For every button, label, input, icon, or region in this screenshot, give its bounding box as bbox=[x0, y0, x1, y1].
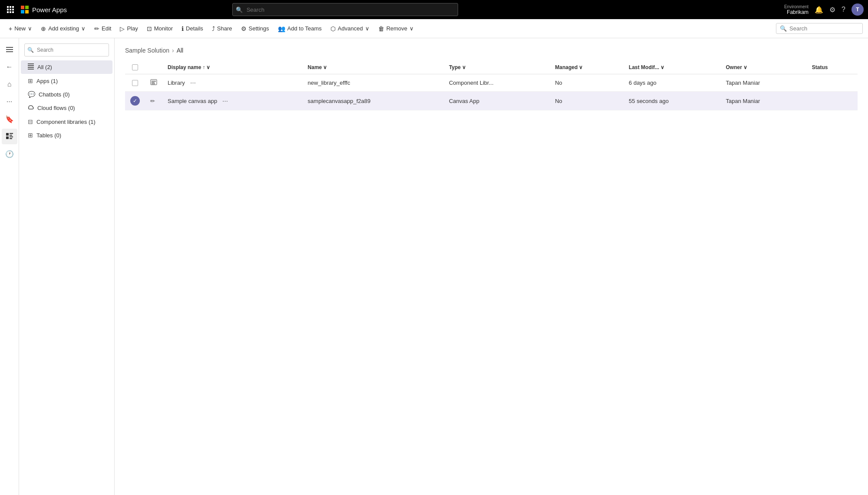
row2-checkbox-cell[interactable]: ✓ bbox=[125, 92, 145, 110]
sidebar-item-component-libraries[interactable]: ⊟ Component libraries (1) bbox=[21, 115, 112, 128]
main-layout: ← ⌂ ··· 🔖 🕐 🔍 bbox=[0, 38, 868, 495]
notification-icon[interactable]: 🔔 bbox=[815, 6, 823, 14]
add-existing-button[interactable]: ⊕ Add existing ∨ bbox=[37, 23, 89, 34]
th-row-icon bbox=[145, 61, 162, 74]
svg-rect-2 bbox=[12, 6, 14, 8]
row2-more-btn[interactable]: ⋯ bbox=[221, 97, 230, 105]
th-display-name[interactable]: Display name ↑ ∨ bbox=[162, 61, 303, 74]
th-name[interactable]: Name ∨ bbox=[303, 61, 444, 74]
play-icon: ▷ bbox=[120, 25, 125, 32]
more-btn[interactable]: ··· bbox=[2, 94, 17, 110]
svg-rect-11 bbox=[6, 51, 13, 52]
row2-selected-icon: ✓ bbox=[130, 96, 140, 106]
row1-checkbox-cell[interactable] bbox=[125, 74, 145, 92]
details-button[interactable]: ℹ Details bbox=[178, 23, 207, 34]
home-btn[interactable]: ⌂ bbox=[2, 76, 17, 92]
managed-label: Managed bbox=[555, 64, 578, 70]
avatar[interactable]: T bbox=[851, 3, 864, 16]
row1-icon-cell bbox=[145, 74, 162, 92]
remove-button[interactable]: 🗑 Remove ∨ bbox=[375, 23, 417, 34]
svg-rect-24 bbox=[152, 82, 155, 83]
svg-rect-21 bbox=[28, 69, 34, 70]
nav-search-input[interactable] bbox=[24, 43, 109, 56]
environment-label: Environment bbox=[784, 4, 809, 9]
sidebar-item-tables-label: Tables (0) bbox=[36, 132, 61, 139]
command-bar: + New ∨ ⊕ Add existing ∨ ✏ Edit ▷ Play ⊡… bbox=[0, 19, 868, 38]
row1-more-btn[interactable]: ⋯ bbox=[188, 79, 198, 87]
table-body: Library ⋯ new_library_efffc Component Li… bbox=[125, 74, 858, 110]
owner-label: Owner bbox=[726, 64, 742, 70]
monitor-button[interactable]: ⊡ Monitor bbox=[143, 23, 176, 34]
svg-rect-14 bbox=[10, 135, 12, 136]
breadcrumb-parent[interactable]: Sample Solution bbox=[125, 47, 169, 54]
svg-rect-1 bbox=[10, 6, 11, 8]
table-header-row: Display name ↑ ∨ Name ∨ Type bbox=[125, 61, 858, 74]
sidebar-item-all[interactable]: All (2) bbox=[21, 60, 112, 74]
row1-actions: ⋯ bbox=[188, 79, 198, 87]
svg-rect-16 bbox=[10, 136, 13, 137]
chatbots-icon: 💬 bbox=[28, 91, 35, 98]
sidebar-toggle-btn[interactable] bbox=[2, 42, 17, 57]
add-to-teams-button[interactable]: 👥 Add to Teams bbox=[274, 23, 325, 34]
row1-type: Component Libr... bbox=[444, 74, 550, 92]
edit-button[interactable]: ✏ Edit bbox=[91, 23, 115, 34]
new-chevron-icon: ∨ bbox=[28, 25, 32, 32]
row2-status bbox=[807, 92, 858, 110]
sidebar-item-apps[interactable]: ⊞ Apps (1) bbox=[21, 74, 112, 87]
display-name-sort-icon: ∨ bbox=[206, 64, 210, 70]
bookmark-btn[interactable]: 🔖 bbox=[2, 111, 17, 127]
advanced-button[interactable]: ⬡ Advanced ∨ bbox=[327, 23, 373, 34]
nav-search-container: 🔍 bbox=[19, 42, 114, 60]
top-search-container: 🔍 bbox=[232, 3, 458, 16]
settings-button[interactable]: ⚙ Settings bbox=[238, 23, 273, 34]
row1-checkbox[interactable] bbox=[132, 80, 138, 86]
play-button[interactable]: ▷ Play bbox=[116, 23, 141, 34]
solutions-btn[interactable] bbox=[2, 129, 17, 144]
managed-sort-icon: ∨ bbox=[579, 64, 583, 70]
top-search-input[interactable] bbox=[232, 3, 458, 16]
display-name-label: Display name bbox=[168, 64, 201, 70]
plus-icon: + bbox=[9, 25, 12, 32]
advanced-chevron-icon: ∨ bbox=[365, 25, 370, 32]
settings-icon[interactable]: ⚙ bbox=[829, 6, 835, 14]
back-btn[interactable]: ← bbox=[2, 59, 17, 75]
row2-name: samplecanvasapp_f2a89 bbox=[303, 92, 444, 110]
share-button[interactable]: ⤴ Share bbox=[208, 23, 236, 34]
row2-managed: No bbox=[550, 92, 624, 110]
th-checkbox[interactable] bbox=[125, 61, 145, 74]
svg-rect-12 bbox=[6, 133, 9, 136]
breadcrumb-current: All bbox=[177, 47, 184, 54]
svg-rect-15 bbox=[6, 136, 9, 139]
sidebar-item-tables[interactable]: ⊞ Tables (0) bbox=[21, 129, 112, 142]
th-last-modified[interactable]: Last Modif... ∨ bbox=[624, 61, 720, 74]
svg-rect-7 bbox=[10, 11, 11, 13]
cmd-search-input[interactable] bbox=[789, 25, 859, 32]
svg-rect-23 bbox=[152, 81, 156, 82]
row1-display-name: Library ⋯ bbox=[162, 74, 303, 92]
sidebar-item-chatbots[interactable]: 💬 Chatbots (0) bbox=[21, 88, 112, 101]
new-button[interactable]: + New ∨ bbox=[5, 23, 36, 34]
app-name: Power Apps bbox=[32, 6, 67, 13]
th-managed[interactable]: Managed ∨ bbox=[550, 61, 624, 74]
row2-display-name: Sample canvas app ⋯ bbox=[162, 92, 303, 110]
help-icon[interactable]: ? bbox=[842, 6, 845, 13]
svg-rect-10 bbox=[6, 49, 13, 50]
table-row[interactable]: Library ⋯ new_library_efffc Component Li… bbox=[125, 74, 858, 92]
type-label: Type bbox=[449, 64, 461, 70]
top-bar: Power Apps 🔍 Environment Fabrikam 🔔 ⚙ ? … bbox=[0, 0, 868, 19]
apps-icon: ⊞ bbox=[28, 77, 33, 84]
select-all-checkbox[interactable] bbox=[132, 64, 138, 70]
th-type[interactable]: Type ∨ bbox=[444, 61, 550, 74]
row1-name: new_library_efffc bbox=[303, 74, 444, 92]
svg-rect-18 bbox=[28, 63, 34, 64]
last-modified-label: Last Modif... bbox=[629, 64, 659, 70]
history-icon: 🕐 bbox=[5, 150, 14, 158]
svg-rect-19 bbox=[28, 65, 34, 66]
history-btn[interactable]: 🕐 bbox=[2, 146, 17, 162]
breadcrumb: Sample Solution › All bbox=[125, 47, 858, 54]
table-row[interactable]: ✓ ✏ Sample canvas app ⋯ bbox=[125, 92, 858, 110]
sidebar-item-cloud-flows[interactable]: Cloud flows (0) bbox=[21, 101, 112, 115]
th-owner[interactable]: Owner ∨ bbox=[721, 61, 807, 74]
waffle-menu[interactable] bbox=[4, 3, 17, 16]
svg-rect-25 bbox=[152, 83, 155, 84]
